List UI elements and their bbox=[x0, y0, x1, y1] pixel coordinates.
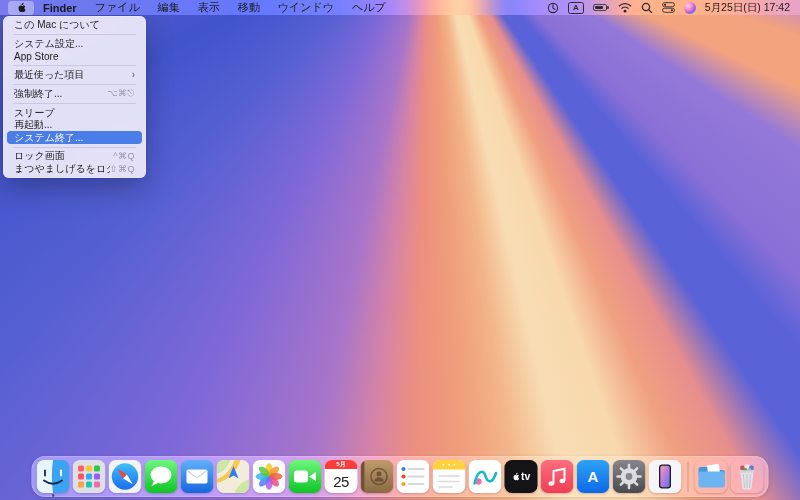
menu-separator bbox=[13, 147, 136, 148]
dock-item bbox=[217, 460, 250, 493]
menubar-menu-1[interactable]: ファイル bbox=[86, 0, 149, 15]
menubar-menu-2[interactable]: 編集 bbox=[149, 0, 189, 15]
input-source-label: A bbox=[568, 2, 584, 14]
calendar-day-label: 25 bbox=[325, 469, 358, 493]
dock-item: A bbox=[577, 460, 610, 493]
menu-item-label: 最近使った項目 bbox=[14, 68, 132, 82]
calendar-icon[interactable]: 5月25 bbox=[325, 460, 358, 493]
photos-icon[interactable] bbox=[253, 460, 286, 493]
menu-item-label: システム設定... bbox=[14, 37, 135, 51]
calendar-month-label: 5月 bbox=[325, 460, 358, 469]
dock-item bbox=[73, 460, 106, 493]
menu-item[interactable]: 強制終了...⌥⌘⎋ bbox=[7, 87, 142, 100]
maps-icon[interactable] bbox=[217, 460, 250, 493]
menu-separator bbox=[13, 84, 136, 85]
menu-separator bbox=[13, 34, 136, 35]
menu-item[interactable]: App Store bbox=[7, 50, 142, 63]
menu-separator bbox=[13, 103, 136, 104]
contacts-icon[interactable] bbox=[361, 460, 394, 493]
dock-item bbox=[469, 460, 502, 493]
dock-item bbox=[649, 460, 682, 493]
apple-tv-icon[interactable]: tv bbox=[505, 460, 538, 493]
system-settings-icon[interactable] bbox=[613, 460, 646, 493]
mail-icon[interactable] bbox=[181, 460, 214, 493]
iphone-mirroring-icon[interactable] bbox=[649, 460, 682, 493]
control-center-icon[interactable] bbox=[662, 2, 675, 13]
menu-item[interactable]: 最近使った項目› bbox=[7, 69, 142, 82]
dock-item bbox=[541, 460, 574, 493]
menu-item-label: App Store bbox=[14, 51, 135, 62]
menubar-menu-5[interactable]: ウインドウ bbox=[269, 0, 343, 15]
chevron-right-icon: › bbox=[132, 69, 135, 80]
menu-item[interactable]: ロック画面^⌘Q bbox=[7, 150, 142, 163]
menu-separator bbox=[13, 65, 136, 66]
apple-tv-label: tv bbox=[521, 471, 530, 482]
menubar-menu-4[interactable]: 移動 bbox=[229, 0, 269, 15]
running-indicator-dot bbox=[52, 494, 55, 497]
dock-item bbox=[181, 460, 214, 493]
app-store-letter: A bbox=[588, 468, 599, 485]
downloads-folder-icon[interactable] bbox=[695, 460, 728, 493]
menubar-status-icons: A bbox=[547, 2, 696, 14]
menu-item-shortcut: ^⌘Q bbox=[113, 151, 135, 161]
menubar-status-area: A 5月25日(日) 17:42 bbox=[547, 1, 800, 15]
menubar-menu-6[interactable]: ヘルプ bbox=[343, 0, 395, 15]
input-source-icon[interactable]: A bbox=[568, 2, 584, 14]
clock-icon[interactable] bbox=[547, 2, 559, 14]
dock-item bbox=[433, 460, 466, 493]
menu-item-label: システム終了... bbox=[14, 131, 135, 145]
dock-item: 5月25 bbox=[325, 460, 358, 493]
trash-full-icon[interactable] bbox=[731, 460, 764, 493]
menu-item-label: まつやましげるをログアウト... bbox=[14, 162, 110, 176]
dock-item bbox=[695, 460, 728, 493]
dock-item bbox=[145, 460, 178, 493]
menu-item-shortcut: ⌥⌘⎋ bbox=[107, 88, 135, 99]
messages-icon[interactable] bbox=[145, 460, 178, 493]
app-store-icon[interactable]: A bbox=[577, 460, 610, 493]
menu-item-label: 強制終了... bbox=[14, 87, 107, 101]
notes-icon[interactable] bbox=[433, 460, 466, 493]
dock: 5月25tvA bbox=[32, 456, 769, 497]
menubar-clock[interactable]: 5月25日(日) 17:42 bbox=[705, 1, 790, 15]
launchpad-icon[interactable] bbox=[73, 460, 106, 493]
finder-icon[interactable] bbox=[37, 460, 70, 493]
dock-item bbox=[109, 460, 142, 493]
menu-item-label: この Mac について bbox=[14, 18, 135, 32]
dock-item bbox=[613, 460, 646, 493]
menu-item[interactable]: 再起動... bbox=[7, 119, 142, 132]
dock-item bbox=[731, 460, 764, 493]
spotlight-icon[interactable] bbox=[641, 2, 653, 14]
menubar-app-menus: Finderファイル編集表示移動ウインドウヘルプ bbox=[0, 0, 395, 15]
battery-icon[interactable] bbox=[593, 4, 609, 11]
menu-item[interactable]: システム終了... bbox=[7, 131, 142, 144]
menu-item[interactable]: まつやましげるをログアウト...⇧⌘Q bbox=[7, 163, 142, 176]
apple-menu-button[interactable] bbox=[8, 1, 34, 15]
menu-item-shortcut: ⇧⌘Q bbox=[110, 164, 135, 174]
wifi-icon[interactable] bbox=[618, 2, 632, 13]
apple-menu: この Mac についてシステム設定...App Store最近使った項目›強制終… bbox=[3, 16, 146, 179]
menubar-menu-3[interactable]: 表示 bbox=[189, 0, 229, 15]
freeform-icon[interactable] bbox=[469, 460, 502, 493]
menu-bar: Finderファイル編集表示移動ウインドウヘルプ A 5月25日(日) 17:4… bbox=[0, 0, 800, 15]
dock-item bbox=[289, 460, 322, 493]
apple-logo-icon bbox=[16, 2, 26, 14]
dock-item bbox=[37, 460, 70, 493]
menu-item[interactable]: スリープ bbox=[7, 106, 142, 119]
facetime-icon[interactable] bbox=[289, 460, 322, 493]
reminders-icon[interactable] bbox=[397, 460, 430, 493]
music-icon[interactable] bbox=[541, 460, 574, 493]
dock-item bbox=[397, 460, 430, 493]
menu-item[interactable]: この Mac について bbox=[7, 19, 142, 32]
dock-item bbox=[361, 460, 394, 493]
dock-divider bbox=[688, 462, 689, 492]
menu-item[interactable]: システム設定... bbox=[7, 37, 142, 50]
dock-item bbox=[253, 460, 286, 493]
dock-item: tv bbox=[505, 460, 538, 493]
siri-icon[interactable] bbox=[684, 2, 696, 14]
safari-icon[interactable] bbox=[109, 460, 142, 493]
menubar-menu-app-name[interactable]: Finder bbox=[34, 0, 86, 15]
apple-logo-icon bbox=[512, 472, 520, 482]
